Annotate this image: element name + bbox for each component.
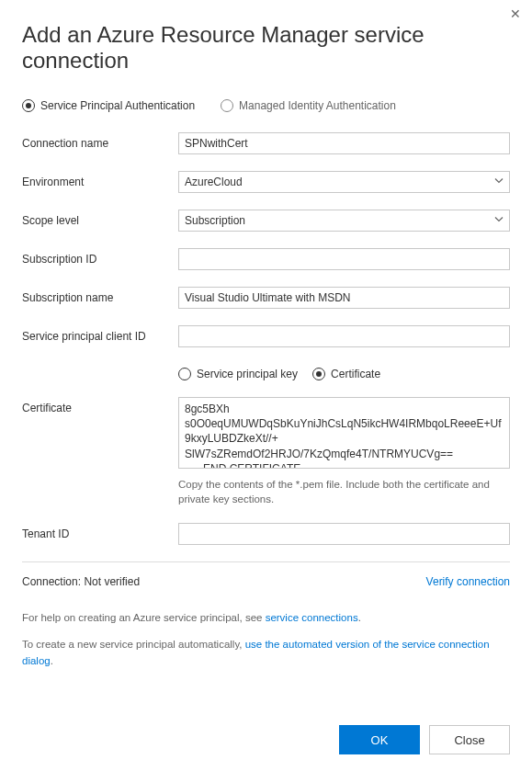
auth-mode-radio-group: Service Principal Authentication Managed… <box>22 99 510 112</box>
credential-type-spacer <box>22 364 178 368</box>
connection-name-input[interactable] <box>178 132 510 154</box>
subscription-id-input[interactable] <box>178 248 510 270</box>
tenant-id-input[interactable] <box>178 523 510 545</box>
sp-client-id-input[interactable] <box>178 325 510 347</box>
subscription-name-input[interactable] <box>178 287 510 309</box>
close-icon[interactable]: ✕ <box>510 7 521 20</box>
help-paragraph-2: To create a new service principal automa… <box>22 637 510 669</box>
radio-label: Managed Identity Authentication <box>239 99 396 112</box>
help-text: To create a new service principal automa… <box>22 639 245 650</box>
radio-icon <box>178 368 191 380</box>
certificate-textarea[interactable] <box>178 397 510 469</box>
environment-select[interactable] <box>178 171 510 193</box>
scope-level-select[interactable] <box>178 210 510 232</box>
separator <box>22 561 510 562</box>
radio-label: Service principal key <box>197 368 298 380</box>
radio-label: Service Principal Authentication <box>40 99 195 112</box>
close-button[interactable]: Close <box>429 725 510 754</box>
ok-button[interactable]: OK <box>339 725 420 754</box>
sp-client-id-label: Service principal client ID <box>22 325 178 343</box>
connection-name-label: Connection name <box>22 132 178 150</box>
radio-label: Certificate <box>331 368 380 380</box>
tenant-id-label: Tenant ID <box>22 523 178 540</box>
certificate-label: Certificate <box>22 397 178 414</box>
connection-status-label: Connection: <box>22 575 81 588</box>
verify-connection-link[interactable]: Verify connection <box>426 575 510 588</box>
help-text: . <box>358 612 361 623</box>
certificate-help-text: Copy the contents of the *.pem file. Inc… <box>178 477 510 506</box>
radio-icon <box>312 368 325 380</box>
radio-icon <box>22 99 35 112</box>
help-text: . <box>51 655 53 666</box>
help-paragraph-1: For help on creating an Azure service pr… <box>22 610 510 626</box>
radio-managed-identity-auth[interactable]: Managed Identity Authentication <box>221 99 396 112</box>
help-text: For help on creating an Azure service pr… <box>22 612 266 623</box>
radio-certificate[interactable]: Certificate <box>312 368 380 380</box>
environment-label: Environment <box>22 171 178 188</box>
connection-status-value: Not verified <box>84 575 140 588</box>
scope-level-label: Scope level <box>22 210 178 227</box>
service-connections-link[interactable]: service connections <box>266 612 358 623</box>
dialog-footer: OK Close <box>339 725 510 754</box>
connection-status: Connection: Not verified <box>22 575 140 588</box>
radio-service-principal-key[interactable]: Service principal key <box>178 368 298 380</box>
subscription-id-label: Subscription ID <box>22 248 178 266</box>
dialog-title: Add an Azure Resource Manager service co… <box>22 22 510 74</box>
radio-service-principal-auth[interactable]: Service Principal Authentication <box>22 99 195 112</box>
subscription-name-label: Subscription name <box>22 287 178 304</box>
radio-icon <box>221 99 233 112</box>
